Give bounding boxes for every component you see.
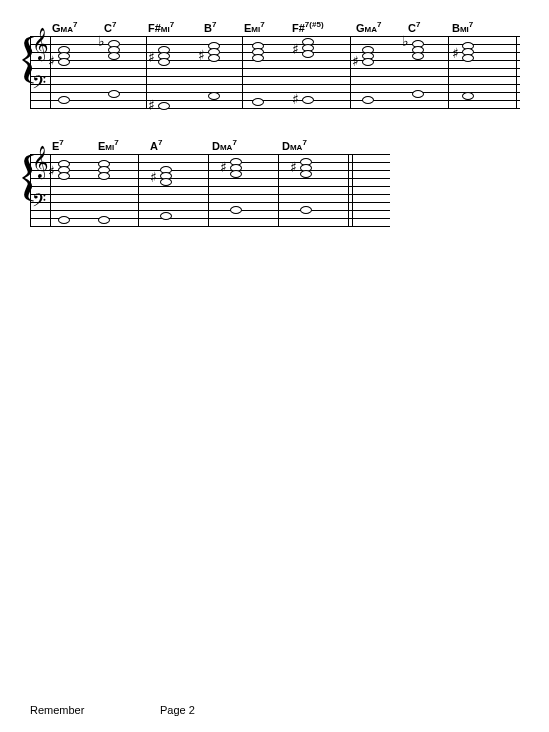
sharp-icon: ♯ [292,42,299,56]
note-cluster: ♯ [58,36,76,66]
page-number: Page 2 [160,704,195,716]
sharp-icon: ♯ [220,160,227,174]
grand-staff-2: 𝄔 𝄞 ♯ ♯ [30,154,390,226]
chord-label: DMA7 [282,138,338,152]
chord-label: E7 [52,138,98,152]
bass-staff: 𝄢 ♯ ♯ [30,76,520,108]
bass-note [58,96,70,104]
chord-label: EMI7 [244,20,292,34]
sharp-icon: ♯ [352,54,359,68]
bass-note [462,92,474,100]
chord-label: GMA7 [52,20,104,34]
note-cluster: ♭ [108,36,126,66]
chord-label: C7 [104,20,148,34]
bass-note [58,216,70,224]
sheet-music-page: GMA7 C7 F#MI7 B7 EMI7 F#7(#5) GMA7 C7 BM… [0,0,549,226]
chord-label: F#MI7 [148,20,204,34]
bass-clef-icon: 𝄢 [32,192,46,214]
note-cluster: ♯ [300,154,318,184]
treble-clef-icon: 𝄞 [32,30,49,58]
bass-note [108,90,120,98]
chord-label: DMA7 [212,138,282,152]
sharp-icon: ♯ [290,160,297,174]
chord-row-1: GMA7 C7 F#MI7 B7 EMI7 F#7(#5) GMA7 C7 BM… [52,20,519,34]
note-cluster: ♯ [158,36,176,66]
sharp-icon: ♯ [198,48,205,62]
barline [516,36,517,108]
chord-label: GMA7 [356,20,408,34]
barline [348,154,349,226]
bass-note [252,98,264,106]
note-cluster: ♯ [462,36,480,66]
note-cluster [252,36,270,66]
bass-note [158,102,170,110]
note-cluster: ♯ [230,154,248,184]
chord-label: C7 [408,20,452,34]
note-cluster: ♯ [58,154,76,184]
barline [208,154,209,226]
barline [30,36,31,108]
staff-lines [30,154,390,186]
barline [138,154,139,226]
note-cluster: ♭ [412,36,430,66]
bass-note [362,96,374,104]
sharp-icon: ♯ [150,170,157,184]
note-cluster: ♯ [160,154,178,184]
note-cluster: ♯ [302,36,320,66]
note-cluster: ♯ [362,36,380,66]
bass-staff: 𝄢 [30,194,390,226]
bass-note [160,212,172,220]
chord-label: BMI7 [452,20,496,34]
treble-clef-icon: 𝄞 [32,148,49,176]
bass-note [230,206,242,214]
barline [50,154,51,226]
page-footer: Remember Page 2 [30,704,519,716]
bass-note [98,216,110,224]
sharp-icon: ♯ [148,98,155,112]
chord-label: B7 [204,20,244,34]
flat-icon: ♭ [402,34,409,48]
bass-note [412,90,424,98]
sharp-icon: ♯ [452,46,459,60]
song-title: Remember [30,704,160,716]
note-cluster: ♯ [208,36,226,66]
bass-note [302,96,314,104]
flat-icon: ♭ [98,34,105,48]
system-1: GMA7 C7 F#MI7 B7 EMI7 F#7(#5) GMA7 C7 BM… [30,20,519,108]
barline [50,36,51,108]
staff-lines [30,194,390,226]
chord-label: EMI7 [98,138,150,152]
chord-label: A7 [150,138,212,152]
barline [448,36,449,108]
bass-note [300,206,312,214]
barline [242,36,243,108]
sharp-icon: ♯ [148,50,155,64]
barline [30,154,31,226]
note-cluster [98,154,116,184]
barline [352,154,353,226]
barline [278,154,279,226]
treble-staff: 𝄞 ♯ ♯ ♯ ♯ [30,154,390,186]
grand-staff-1: 𝄔 𝄞 ♯ ♭ [30,36,520,108]
staff-lines [30,76,520,108]
system-2: E7 EMI7 A7 DMA7 DMA7 𝄔 𝄞 ♯ [30,138,519,226]
barline [146,36,147,108]
sharp-icon: ♯ [292,92,299,106]
barline [350,36,351,108]
bass-note [208,92,220,100]
chord-label: F#7(#5) [292,20,356,34]
treble-staff: 𝄞 ♯ ♭ ♯ ♯ [30,36,520,68]
chord-row-2: E7 EMI7 A7 DMA7 DMA7 [52,138,519,152]
bass-clef-icon: 𝄢 [32,74,46,96]
